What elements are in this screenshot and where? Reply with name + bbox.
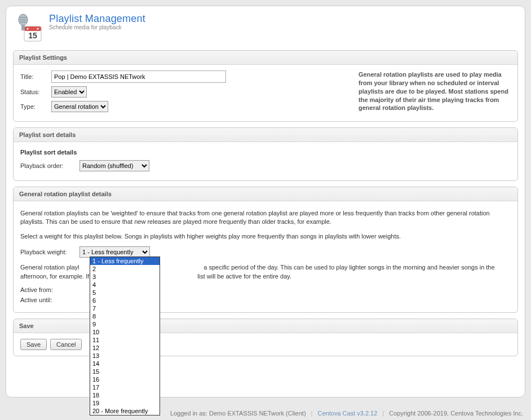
playlist-sort-subheading: Playlist sort details — [20, 149, 511, 156]
weight-option-5[interactable]: 5 — [90, 289, 160, 297]
weight-option-3[interactable]: 3 — [90, 273, 160, 281]
general-rotation-fieldset: General rotation playlist details Genera… — [13, 187, 518, 313]
rotation-help-2: Select a weight for this playlist below.… — [20, 232, 511, 241]
status-select[interactable]: Enabled — [51, 86, 87, 98]
weight-option-18[interactable]: 18 — [90, 391, 160, 399]
playlist-sort-fieldset: Playlist sort details Playlist sort deta… — [13, 127, 518, 181]
page-subtitle: Schedule media for playback — [49, 24, 145, 30]
footer-product-link[interactable]: Centova Cast v3.2.12 — [318, 410, 378, 417]
playlist-settings-form: Title: Status: Enabled Type: General rot… — [20, 70, 359, 116]
svg-rect-9 — [21, 25, 25, 30]
playback-order-label: Playback order: — [20, 162, 79, 169]
page-header: 15 Playlist Management Schedule media fo… — [13, 13, 518, 45]
main-panel: 15 Playlist Management Schedule media fo… — [6, 6, 525, 397]
playback-weight-dropdown-list[interactable]: 1 - Less frequently 2 3 4 5 6 7 8 9 10 1… — [90, 257, 160, 415]
svg-point-2 — [27, 28, 29, 30]
playlist-sort-heading: Playlist sort details — [14, 128, 517, 142]
rotation-help-1: General rotation playlists can be 'weigh… — [20, 209, 511, 227]
playlist-settings-fieldset: Playlist Settings Title: Status: Enabled… — [13, 50, 518, 122]
weight-option-6[interactable]: 6 — [90, 297, 160, 304]
weight-option-9[interactable]: 9 — [90, 320, 160, 328]
weight-option-11[interactable]: 11 — [90, 336, 160, 344]
active-from-label: Active from: — [20, 286, 79, 293]
weight-option-12[interactable]: 12 — [90, 344, 160, 352]
save-fieldset: Save Save Cancel — [13, 319, 518, 356]
weight-option-8[interactable]: 8 — [90, 312, 160, 320]
weight-option-7[interactable]: 7 — [90, 304, 160, 312]
cancel-button[interactable]: Cancel — [50, 339, 82, 350]
weight-option-2[interactable]: 2 — [90, 265, 160, 273]
save-button[interactable]: Save — [20, 339, 47, 350]
weight-option-16[interactable]: 16 — [90, 375, 160, 383]
title-label: Title: — [20, 73, 51, 80]
title-input[interactable] — [51, 70, 226, 83]
weight-option-20[interactable]: 20 - More frequently — [90, 407, 160, 415]
svg-text:15: 15 — [28, 31, 37, 40]
weight-option-1[interactable]: 1 - Less frequently — [90, 257, 160, 265]
weight-option-19[interactable]: 19 — [90, 399, 160, 407]
page-title: Playlist Management — [49, 13, 145, 25]
playback-weight-label: Playback weight: — [20, 249, 79, 255]
svg-point-3 — [37, 28, 39, 30]
playlist-settings-heading: Playlist Settings — [14, 51, 517, 65]
general-rotation-heading: General rotation playlist details — [14, 187, 517, 201]
playback-order-select[interactable]: Random (shuffled) — [79, 160, 149, 171]
type-label: Type: — [20, 103, 51, 110]
weight-option-14[interactable]: 14 — [90, 360, 160, 368]
weight-option-4[interactable]: 4 — [90, 281, 160, 289]
footer: Logged in as: Demo EXTASSIS NETwork (Cli… — [0, 410, 531, 417]
weight-option-15[interactable]: 15 — [90, 368, 160, 375]
page-title-block: Playlist Management Schedule media for p… — [49, 13, 145, 30]
type-select[interactable]: General rotation — [51, 101, 108, 112]
footer-copyright: Copyright 2006-2019, Centova Technologie… — [389, 410, 523, 417]
footer-logged-in: Logged in as: Demo EXTASSIS NETwork (Cli… — [170, 410, 306, 417]
weight-option-17[interactable]: 17 — [90, 383, 160, 391]
status-label: Status: — [20, 89, 51, 95]
playlist-settings-help: General rotation playlists are used to p… — [359, 70, 511, 116]
weight-option-10[interactable]: 10 — [90, 328, 160, 336]
weight-option-13[interactable]: 13 — [90, 352, 160, 360]
active-until-label: Active until: — [20, 297, 79, 303]
playlist-calendar-mic-icon: 15 — [13, 13, 45, 45]
